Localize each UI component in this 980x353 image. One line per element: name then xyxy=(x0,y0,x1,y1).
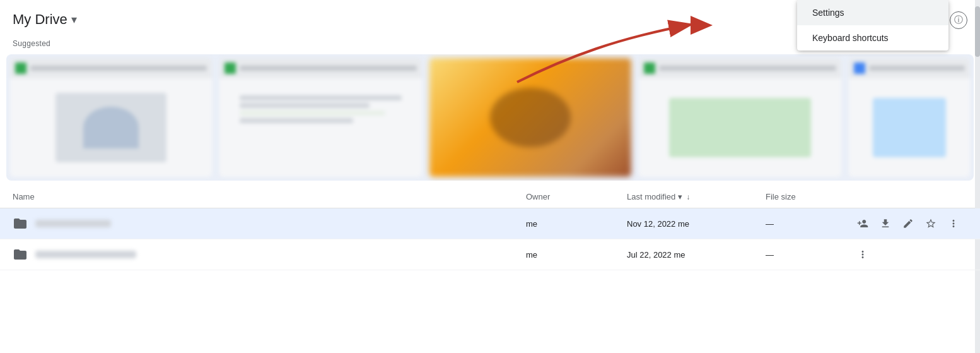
card-4-placeholder xyxy=(669,98,810,157)
last-modified-label: Last modified xyxy=(627,192,675,201)
dropdown-menu: Settings Keyboard shortcuts xyxy=(797,0,948,51)
card-1-person xyxy=(83,107,139,148)
file-size-1: — xyxy=(766,219,854,229)
file-name-blurred-2 xyxy=(35,251,136,258)
col-header-owner: Owner xyxy=(526,192,627,201)
card-2-icon xyxy=(225,63,236,74)
rename-button[interactable] xyxy=(899,215,917,232)
file-size-2: — xyxy=(766,250,854,260)
card-4-header xyxy=(639,58,841,78)
star-button[interactable] xyxy=(922,215,940,232)
dropdown-item-shortcuts[interactable]: Keyboard shortcuts xyxy=(797,25,948,51)
card-4-icon xyxy=(644,63,655,74)
card-1-title xyxy=(30,66,207,71)
download-button[interactable] xyxy=(877,215,894,232)
card-1-placeholder xyxy=(55,93,166,162)
file-list-header: Name Owner Last modified ▾ ↓ File size xyxy=(0,186,980,208)
more-options-button-2[interactable] xyxy=(854,246,872,263)
file-name-col-1 xyxy=(13,216,526,231)
card-3-inner xyxy=(429,58,631,177)
suggested-card-5[interactable] xyxy=(845,54,974,181)
table-row[interactable]: me Jul 22, 2022 me — xyxy=(0,239,980,270)
row-actions-2 xyxy=(854,246,967,263)
card-4-inner xyxy=(639,58,841,177)
sort-direction-icon[interactable]: ↓ xyxy=(686,193,690,201)
suggested-card-2[interactable] xyxy=(216,54,425,181)
card-4-body xyxy=(639,78,841,177)
file-actions-1 xyxy=(854,215,967,232)
file-actions-2 xyxy=(854,246,967,263)
sort-modified-button[interactable]: Last modified ▾ xyxy=(627,192,682,201)
folder-icon-1 xyxy=(13,216,28,231)
card-3-body xyxy=(429,58,631,177)
dropdown-item-settings[interactable]: Settings xyxy=(797,0,948,25)
card-1-body xyxy=(10,78,212,177)
file-name-col-2 xyxy=(13,247,526,262)
col-header-modified[interactable]: Last modified ▾ ↓ xyxy=(627,192,766,201)
card-2-body xyxy=(219,78,421,177)
card-1-icon xyxy=(15,63,26,74)
card-2-inner xyxy=(219,58,421,177)
suggested-card-3[interactable] xyxy=(426,54,635,181)
add-person-button[interactable] xyxy=(854,215,872,232)
file-owner-1: me xyxy=(526,219,627,229)
card-5-body xyxy=(849,78,970,177)
card-5-icon xyxy=(854,63,865,74)
card-1-header xyxy=(10,58,212,78)
col-header-name: Name xyxy=(13,192,526,201)
card-5-inner xyxy=(849,58,970,177)
scrollbar-thumb xyxy=(975,6,980,57)
more-options-button-1[interactable] xyxy=(945,215,962,232)
card-2-header xyxy=(219,58,421,78)
info-icon[interactable]: ⓘ xyxy=(950,11,967,29)
card-5-placeholder xyxy=(873,98,945,157)
card-1-inner xyxy=(10,58,212,177)
file-modified-1: Nov 12, 2022 me xyxy=(627,219,766,229)
suggested-card-4[interactable] xyxy=(635,54,844,181)
info-icon-container: ⓘ xyxy=(950,11,967,29)
card-2-placeholder xyxy=(240,95,401,159)
card-5-title xyxy=(869,66,965,71)
title-text: My Drive xyxy=(13,11,67,28)
file-modified-2: Jul 22, 2022 me xyxy=(627,250,766,260)
table-row[interactable]: me Nov 12, 2022 me — xyxy=(0,208,980,239)
title-chevron-icon[interactable]: ▾ xyxy=(71,13,77,27)
suggested-cards-row xyxy=(6,54,974,181)
folder-icon-2 xyxy=(13,247,28,262)
row-actions-1 xyxy=(854,215,967,232)
col-header-size: File size xyxy=(766,192,854,201)
sort-down-icon: ▾ xyxy=(678,192,682,201)
file-name-blurred-1 xyxy=(35,220,111,227)
suggested-section xyxy=(6,54,974,181)
file-owner-2: me xyxy=(526,250,627,260)
card-2-title xyxy=(240,66,416,71)
page-title[interactable]: My Drive ▾ xyxy=(13,11,77,28)
card-5-header xyxy=(849,58,970,78)
scrollbar[interactable] xyxy=(975,0,980,353)
suggested-card-1[interactable] xyxy=(6,54,216,181)
card-4-title xyxy=(659,66,836,71)
